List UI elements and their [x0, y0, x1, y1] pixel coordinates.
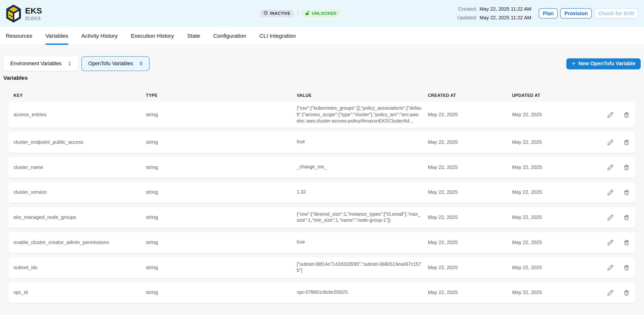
- edit-variable-button[interactable]: [607, 264, 614, 271]
- variable-key: subnet_ids: [14, 264, 146, 271]
- variable-value: vpc-078b51c6cbc5581f1: [296, 289, 428, 296]
- trash-icon: [623, 264, 630, 271]
- variable-row: cluster_name string _change_me_ May 22, …: [8, 157, 635, 178]
- variable-key: cluster_name: [14, 164, 146, 171]
- updated-value: May 22, 2025 11:22 AM: [480, 15, 531, 20]
- edit-variable-button[interactable]: [607, 239, 614, 246]
- row-actions: [566, 239, 630, 246]
- table-header: KEY TYPE VALUE CREATED AT UPDATED AT: [8, 93, 635, 98]
- delete-variable-button[interactable]: [623, 264, 630, 271]
- row-actions: [566, 214, 630, 221]
- variable-type-toggles: Environment Variables 1 OpenTofu Variabl…: [4, 56, 641, 71]
- edit-variable-button[interactable]: [607, 111, 614, 118]
- pencil-icon: [607, 164, 614, 171]
- trash-icon: [623, 139, 630, 146]
- tab-label: CLI Integration: [260, 33, 296, 39]
- row-actions: [566, 139, 630, 146]
- column-header-created-at: CREATED AT: [428, 93, 512, 98]
- edit-variable-button[interactable]: [607, 214, 614, 221]
- edit-variable-button[interactable]: [607, 139, 614, 146]
- created-label: Created:: [457, 6, 477, 12]
- variable-updated-at: May 22, 2025: [512, 214, 566, 221]
- variable-created-at: May 22, 2025: [428, 189, 512, 196]
- variable-type: string: [146, 239, 297, 246]
- variable-value: {"one":{"desired_size":1,"instance_types…: [296, 211, 428, 224]
- edit-variable-button[interactable]: [607, 164, 614, 171]
- lock-badge-label: UNLOCKED: [312, 11, 336, 16]
- delete-variable-button[interactable]: [623, 111, 630, 118]
- delete-variable-button[interactable]: [623, 139, 630, 146]
- tab-label: Execution History: [131, 33, 174, 39]
- provision-button[interactable]: Provision: [560, 8, 592, 18]
- variable-created-at: May 22, 2025: [428, 111, 512, 118]
- variable-key: access_entries: [14, 111, 146, 118]
- variable-updated-at: May 22, 2025: [512, 289, 566, 296]
- trash-icon: [623, 239, 630, 246]
- delete-variable-button[interactable]: [623, 239, 630, 246]
- header-buttons: Plan Provision Check for Drift: [538, 8, 638, 18]
- environment-title: EKS: [25, 6, 42, 15]
- plan-button[interactable]: Plan: [538, 8, 558, 18]
- pencil-icon: [607, 239, 614, 246]
- column-header-type: TYPE: [146, 93, 297, 98]
- variable-updated-at: May 22, 2025: [512, 164, 566, 171]
- pencil-icon: [607, 189, 614, 196]
- created-value: May 22, 2025 11:22 AM: [480, 6, 531, 12]
- new-opentofu-variable-button[interactable]: + New OpenTofu Variable: [566, 58, 641, 69]
- toggle-label: Environment Variables: [10, 61, 62, 67]
- delete-variable-button[interactable]: [623, 164, 630, 171]
- minus-circle-icon: [264, 11, 268, 16]
- tab-label: Variables: [46, 33, 68, 39]
- header-right: Created: May 22, 2025 11:22 AM Updated: …: [457, 6, 638, 21]
- trash-icon: [623, 164, 630, 171]
- variable-type: string: [146, 214, 297, 221]
- opentofu-cube-logo: [5, 4, 22, 22]
- variable-created-at: May 22, 2025: [428, 289, 512, 296]
- variable-row: subnet_ids string ["subnet-08f14e7142d33…: [8, 257, 635, 278]
- variable-type: string: [146, 111, 297, 118]
- variable-key: cluster_version: [14, 189, 146, 196]
- environment-page: EKS ID:EKS INACTIVE UNLOCKED Created:: [0, 0, 644, 315]
- toggle-list: Environment Variables 1 OpenTofu Variabl…: [4, 56, 150, 71]
- environment-variables-toggle[interactable]: Environment Variables 1: [4, 56, 78, 71]
- opentofu-variables-toggle[interactable]: OpenTofu Variables 8: [81, 56, 150, 71]
- variable-type: string: [146, 164, 297, 171]
- updated-label: Updated:: [457, 15, 477, 20]
- delete-variable-button[interactable]: [623, 214, 630, 221]
- trash-icon: [623, 289, 630, 296]
- badge-divider: [298, 10, 298, 17]
- variable-created-at: May 22, 2025: [428, 214, 512, 221]
- trash-icon: [623, 111, 630, 118]
- variable-value: ["subnet-08f14e7142d333595","subnet-0680…: [296, 261, 428, 274]
- environment-header: EKS ID:EKS INACTIVE UNLOCKED Created:: [0, 0, 644, 27]
- tab-state[interactable]: State: [187, 27, 200, 45]
- variable-updated-at: May 22, 2025: [512, 139, 566, 146]
- tab-cli-integration[interactable]: CLI Integration: [260, 27, 296, 45]
- edit-variable-button[interactable]: [607, 189, 614, 196]
- variable-key: enable_cluster_creator_admin_permissions: [14, 239, 146, 246]
- tab-label: Activity History: [81, 33, 118, 39]
- tab-variables[interactable]: Variables: [46, 27, 68, 45]
- variable-type: string: [146, 189, 297, 196]
- edit-variable-button[interactable]: [607, 289, 614, 296]
- check-for-drift-button[interactable]: Check for Drift: [594, 8, 638, 18]
- trash-icon: [623, 189, 630, 196]
- variable-value: {"sso":{"kubernetes_groups":[],"policy_a…: [296, 105, 428, 124]
- tab-label: State: [187, 33, 200, 39]
- variable-updated-at: May 22, 2025: [512, 189, 566, 196]
- screen: EKS ID:EKS INACTIVE UNLOCKED Created:: [0, 0, 644, 315]
- row-actions: [566, 264, 630, 271]
- tab-configuration[interactable]: Configuration: [213, 27, 246, 45]
- trash-icon: [623, 214, 630, 221]
- delete-variable-button[interactable]: [623, 289, 630, 296]
- title-block: EKS ID:EKS: [25, 6, 42, 21]
- delete-variable-button[interactable]: [623, 189, 630, 196]
- variable-created-at: May 22, 2025: [428, 264, 512, 271]
- tab-execution-history[interactable]: Execution History: [131, 27, 174, 45]
- lock-badge-unlocked: UNLOCKED: [302, 10, 340, 17]
- variable-updated-at: May 22, 2025: [512, 111, 566, 118]
- tab-resources[interactable]: Resources: [6, 27, 32, 45]
- tab-activity-history[interactable]: Activity History: [81, 27, 118, 45]
- variable-type: string: [146, 139, 297, 146]
- status-badge-label: INACTIVE: [270, 11, 290, 16]
